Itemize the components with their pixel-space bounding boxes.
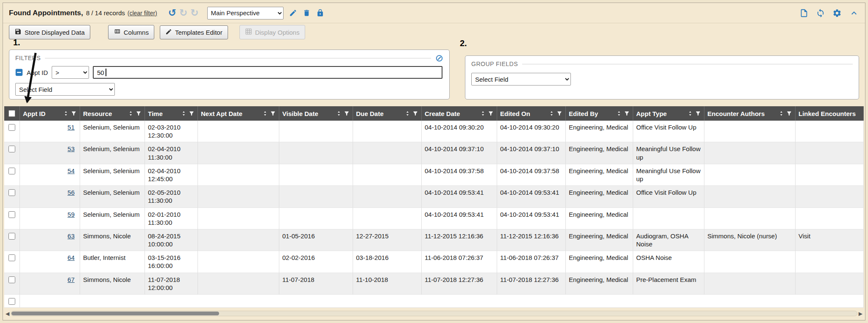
- column-header-due-date[interactable]: Due Date: [353, 106, 422, 121]
- row-checkbox[interactable]: [8, 298, 15, 305]
- perspective-select[interactable]: Main Perspective: [207, 7, 284, 19]
- appt-id-cell: 67: [20, 273, 80, 295]
- column-filter-icon[interactable]: [270, 110, 276, 116]
- row-select-cell: [4, 229, 20, 251]
- new-document-icon[interactable]: [799, 8, 809, 18]
- column-filter-icon[interactable]: [136, 110, 142, 116]
- columns-button[interactable]: Columns: [108, 25, 154, 39]
- lock-icon[interactable]: [316, 9, 324, 17]
- templates-editor-button[interactable]: Templates Editor: [160, 25, 228, 39]
- row-checkbox[interactable]: [8, 146, 15, 152]
- table-header: Appt IDResourceTimeNext Apt DateVisible …: [4, 106, 864, 121]
- annotation-marker-2: 2.: [460, 39, 467, 48]
- row-checkbox[interactable]: [8, 168, 15, 174]
- cell-edited-on: 11-12-2015 12:16:36: [497, 229, 566, 251]
- row-checkbox[interactable]: [8, 124, 15, 131]
- toolbar: Store Displayed Data Columns Templates E…: [3, 23, 865, 42]
- group-fields-legend: GROUP FIELDS: [471, 61, 518, 67]
- settings-gear-icon[interactable]: [832, 8, 842, 18]
- column-filter-icon[interactable]: [189, 110, 195, 116]
- column-label: Time: [148, 110, 179, 117]
- scrollbar-track[interactable]: [11, 311, 857, 316]
- column-header-appt-id[interactable]: Appt ID: [20, 106, 80, 121]
- redo-icon[interactable]: ↻: [179, 8, 187, 18]
- sort-icon[interactable]: [181, 110, 186, 117]
- appt-id-link[interactable]: 63: [67, 232, 75, 240]
- column-filter-icon[interactable]: [344, 110, 350, 116]
- column-label: Linked Encounters: [798, 110, 860, 117]
- cell-next-apt-date: [198, 186, 279, 207]
- appt-id-link[interactable]: 59: [67, 211, 75, 218]
- scroll-left-arrow[interactable]: ◀: [6, 311, 9, 316]
- clear-all-filters-icon[interactable]: ⊘: [435, 53, 443, 63]
- column-filter-icon[interactable]: [488, 110, 494, 116]
- redo-all-icon[interactable]: ↻: [190, 8, 198, 18]
- edit-perspective-icon[interactable]: [289, 9, 297, 17]
- sort-icon[interactable]: [405, 110, 410, 117]
- sort-icon[interactable]: [480, 110, 486, 117]
- column-filter-icon[interactable]: [695, 110, 701, 116]
- column-header-time[interactable]: Time: [145, 106, 198, 121]
- appointments-table: Appt IDResourceTimeNext Apt DateVisible …: [4, 106, 864, 308]
- appt-id-link[interactable]: 53: [67, 145, 75, 152]
- add-filter-field-select[interactable]: Select Field: [15, 83, 115, 96]
- empty-cell: [20, 295, 864, 308]
- column-header-linked-encounters[interactable]: Linked Encounters: [796, 106, 864, 121]
- sort-icon[interactable]: [63, 110, 69, 117]
- row-checkbox[interactable]: [8, 276, 15, 283]
- refresh-icon[interactable]: [816, 8, 825, 18]
- appt-id-link[interactable]: 54: [67, 167, 75, 174]
- sort-icon[interactable]: [687, 110, 693, 117]
- column-header-encounter-authors[interactable]: Encounter Authors: [704, 106, 796, 121]
- scrollbar-thumb[interactable]: [11, 312, 219, 315]
- sort-icon[interactable]: [262, 110, 268, 117]
- appt-id-link[interactable]: 67: [67, 276, 75, 283]
- appt-id-link[interactable]: 64: [67, 254, 75, 261]
- filter-operator-select[interactable]: >: [52, 66, 89, 79]
- clear-filter-link[interactable]: (clear filter): [128, 10, 157, 17]
- appt-id-cell: 63: [20, 229, 80, 251]
- cell-resource: Selenium, Selenium: [80, 186, 145, 207]
- column-filter-icon[interactable]: [624, 110, 630, 116]
- row-checkbox[interactable]: [8, 233, 15, 240]
- column-header-resource[interactable]: Resource: [80, 106, 145, 121]
- store-displayed-data-button[interactable]: Store Displayed Data: [9, 25, 90, 39]
- filter-value-input[interactable]: [93, 66, 442, 79]
- collapse-chevron-icon[interactable]: [849, 8, 859, 18]
- column-header-edited-by[interactable]: Edited By: [566, 106, 633, 121]
- group-field-select[interactable]: Select Field: [471, 73, 571, 86]
- row-checkbox[interactable]: [8, 189, 15, 196]
- appt-id-cell: 51: [20, 121, 80, 142]
- column-filter-icon[interactable]: [556, 110, 562, 116]
- row-checkbox[interactable]: [8, 211, 15, 218]
- cell-time: 02-05-2010 11:30:00: [145, 186, 198, 207]
- row-select-cell: [4, 208, 20, 229]
- column-filter-icon[interactable]: [71, 110, 77, 116]
- undo-icon[interactable]: ↺: [168, 8, 176, 18]
- column-filter-icon[interactable]: [786, 110, 792, 116]
- sort-icon[interactable]: [779, 110, 784, 117]
- column-header-visible-date[interactable]: Visible Date: [279, 106, 353, 121]
- sort-icon[interactable]: [336, 110, 342, 117]
- row-select-cell: [4, 142, 20, 164]
- cell-resource: Selenium, Selenium: [80, 142, 145, 164]
- scroll-right-arrow[interactable]: ▶: [859, 311, 862, 316]
- column-header-edited-on[interactable]: Edited On: [497, 106, 566, 121]
- delete-perspective-icon[interactable]: [303, 9, 311, 17]
- appt-id-link[interactable]: 51: [67, 124, 75, 131]
- table-row: 64Butler, Internist03-15-2016 16:00:0002…: [4, 251, 864, 273]
- column-header-create-date[interactable]: Create Date: [422, 106, 497, 121]
- row-checkbox[interactable]: [8, 254, 15, 261]
- remove-filter-icon[interactable]: [15, 69, 23, 76]
- sort-icon[interactable]: [128, 110, 134, 117]
- column-filter-icon[interactable]: [412, 110, 418, 116]
- sort-icon[interactable]: [616, 110, 622, 117]
- column-header-appt-type[interactable]: Appt Type: [633, 106, 704, 121]
- appt-id-link[interactable]: 56: [67, 189, 75, 196]
- select-all-checkbox[interactable]: [8, 110, 15, 117]
- sort-icon[interactable]: [549, 110, 554, 117]
- column-header-next-apt-date[interactable]: Next Apt Date: [198, 106, 279, 121]
- select-all-cell: [4, 106, 20, 121]
- cell-resource: Selenium, Selenium: [80, 164, 145, 186]
- top-bar: Found Appointments, 8 / 14 records (clea…: [3, 3, 865, 23]
